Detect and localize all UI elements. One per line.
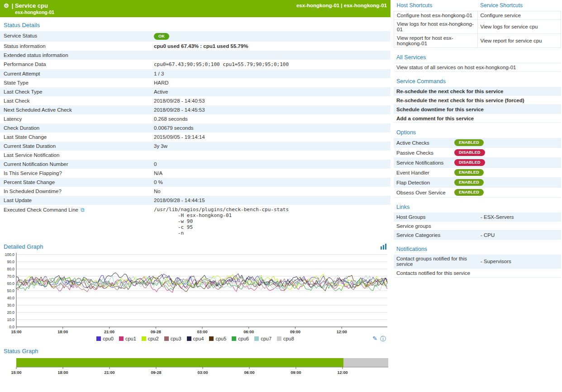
option-label: Obsess Over Service: [396, 190, 454, 195]
status-row-value: 2015/09/05 - 19:14:14: [150, 132, 391, 142]
header-host-breadcrumb[interactable]: esx-hongkong-01 | esx-hongkong-01: [296, 3, 387, 8]
option-label: Active Checks: [396, 140, 454, 146]
option-state-badge: DISABLED: [454, 149, 485, 156]
x-tick-label: 09-28: [151, 330, 161, 333]
option-row: Obsess Over ServiceENABLED: [394, 188, 561, 198]
service-command-link[interactable]: Re-schedule the next check for this serv…: [394, 87, 561, 96]
all-services-section: View status of all services on host esx-…: [394, 63, 561, 72]
y-tick-label: 100.0: [5, 252, 15, 257]
y-tick-label: 30.0: [7, 303, 14, 307]
legend-swatch: [119, 336, 124, 341]
notification-label-row: Contact groups notified for this service…: [394, 255, 561, 269]
legend-item-cpu6: cpu6: [232, 336, 249, 341]
y-tick-label: 90.0: [7, 260, 14, 264]
service-command-link[interactable]: Add a comment for this service: [394, 114, 561, 123]
status-row: Next Scheduled Active Check2018/09/28 - …: [0, 105, 391, 114]
status-row-label: Latency: [0, 114, 150, 123]
status-row-value: 0 %: [150, 178, 391, 187]
link-value: - CPU: [481, 232, 495, 238]
legend-item-cpu0: cpu0: [96, 336, 114, 341]
status-row: In Scheduled Downtime?No: [0, 187, 391, 196]
x-tick-label: 18:00: [57, 370, 68, 375]
bar-chart-icon[interactable]: [381, 244, 387, 250]
shortcut-row: View logs for host esx-hongkong-01View l…: [394, 20, 561, 34]
service-shortcuts-heading: Service Shortcuts: [477, 0, 561, 11]
legend-item-cpu3: cpu3: [164, 336, 181, 341]
info-icon[interactable]: ⓘ: [380, 335, 386, 343]
links-heading: Links: [394, 198, 561, 213]
notification-value: - Supervisors: [481, 259, 511, 264]
host-shortcut-link[interactable]: Configure host esx-hongkong-01: [394, 11, 478, 20]
x-tick-label: 15:00: [11, 370, 21, 375]
status-row: Last State Change2015/09/05 - 19:14:14: [0, 132, 391, 142]
service-status-badge: OK: [154, 33, 169, 40]
status-row-label: Last State Change: [0, 132, 150, 142]
status-row-value: 3y 3w: [150, 142, 391, 151]
option-row: Flap DetectionENABLED: [394, 178, 561, 188]
status-row-value: 0: [150, 160, 391, 169]
status-row: Executed Check Command Line⧉/usr/lib/nag…: [0, 205, 391, 238]
link-label-row: Service groups: [394, 222, 561, 231]
status-row-value: 2018/09/28 - 14:45:53: [150, 105, 391, 114]
status-row: Last Update2018/09/28 - 14:44:15: [0, 196, 391, 205]
status-row: Check Duration0.00679 seconds: [0, 123, 391, 132]
service-shortcut-link[interactable]: View logs for service cpu: [477, 20, 561, 34]
y-tick-label: 20.0: [7, 310, 14, 315]
status-row-value: N/A: [150, 169, 391, 178]
status-row: Last Service Notification: [0, 151, 391, 160]
copy-command-icon[interactable]: ⧉: [81, 207, 85, 213]
service-commands-heading: Service Commands: [394, 72, 561, 87]
link-label-row: Host Groups- ESX-Servers: [394, 213, 561, 222]
x-tick-label: 12:00: [337, 330, 347, 333]
status-row-value: HARD: [150, 78, 391, 87]
shortcuts-table: Host Shortcuts Service Shortcuts Configu…: [394, 0, 561, 48]
all-services-link[interactable]: View status of all services on host esx-…: [394, 63, 561, 72]
status-row: Service StatusOK: [0, 31, 391, 42]
links-section: Host Groups- ESX-ServersService groupsSe…: [394, 213, 561, 240]
link-value: - ESX-Servers: [481, 214, 514, 220]
status-row-label: State Type: [0, 78, 150, 87]
status-row-value: 2018/09/28 - 14:44:15: [150, 196, 391, 205]
notification-label-row: Contacts notified for this service: [394, 269, 561, 278]
x-tick-label: 03:00: [197, 370, 208, 375]
status-row: Status informationcpu0 used 67.43% : cpu…: [0, 42, 391, 51]
status-row: Extended status information: [0, 51, 391, 60]
status-row-label: Last Check: [0, 96, 150, 105]
host-shortcut-link[interactable]: View report for host esx-hongkong-01: [394, 34, 478, 48]
service-command-link[interactable]: Re-schedule the next check for this serv…: [394, 96, 561, 105]
status-row-label: Next Scheduled Active Check: [0, 105, 150, 114]
status-row-value: [150, 151, 391, 160]
page: ⚙ | Service cpu esx-hongkong-01 esx-hong…: [0, 0, 562, 380]
status-row-label: Extended status information: [0, 51, 150, 60]
legend-item-cpu1: cpu1: [119, 336, 136, 341]
option-state-badge: ENABLED: [454, 189, 484, 196]
option-state-badge: DISABLED: [454, 159, 485, 166]
option-row: Passive ChecksDISABLED: [394, 148, 561, 158]
service-command-link[interactable]: Schedule downtime for this service: [394, 105, 561, 114]
all-services-heading: All Services: [394, 48, 561, 63]
host-shortcut-link[interactable]: View logs for host esx-hongkong-01: [394, 20, 478, 34]
status-row-label: Is This Service Flapping?: [0, 169, 150, 178]
service-commands-section: Re-schedule the next check for this serv…: [394, 87, 561, 123]
status-row-label: Performance Data: [0, 60, 150, 69]
x-tick-label: 21:00: [104, 330, 114, 333]
legend-items: cpu0cpu1cpu2cpu3cpu4cpu5cpu6cpu7cpu8: [96, 336, 294, 341]
x-tick-label: 21:00: [104, 370, 114, 375]
option-label: Flap Detection: [396, 180, 454, 185]
option-label: Passive Checks: [396, 150, 454, 156]
x-tick-label: 12:00: [337, 370, 348, 375]
y-tick-label: 50.0: [7, 288, 14, 293]
legend-swatch: [96, 336, 101, 341]
service-shortcut-link[interactable]: View report for service cpu: [477, 34, 561, 48]
status-details-heading: Status Details: [0, 17, 391, 31]
status-row-value: 0.00679 seconds: [150, 123, 391, 132]
options-heading: Options: [394, 123, 561, 138]
edit-graph-icon[interactable]: ✎: [372, 335, 377, 343]
notification-label: Contact groups notified for this service: [396, 256, 481, 267]
gear-icon[interactable]: ⚙: [4, 2, 9, 9]
x-tick-label: 18:00: [57, 330, 68, 333]
option-state-badge: ENABLED: [454, 179, 484, 186]
status-row-label: Last Update: [0, 196, 150, 205]
service-shortcut-link[interactable]: Configure service: [477, 11, 561, 20]
y-tick-label: 80.0: [7, 267, 14, 271]
